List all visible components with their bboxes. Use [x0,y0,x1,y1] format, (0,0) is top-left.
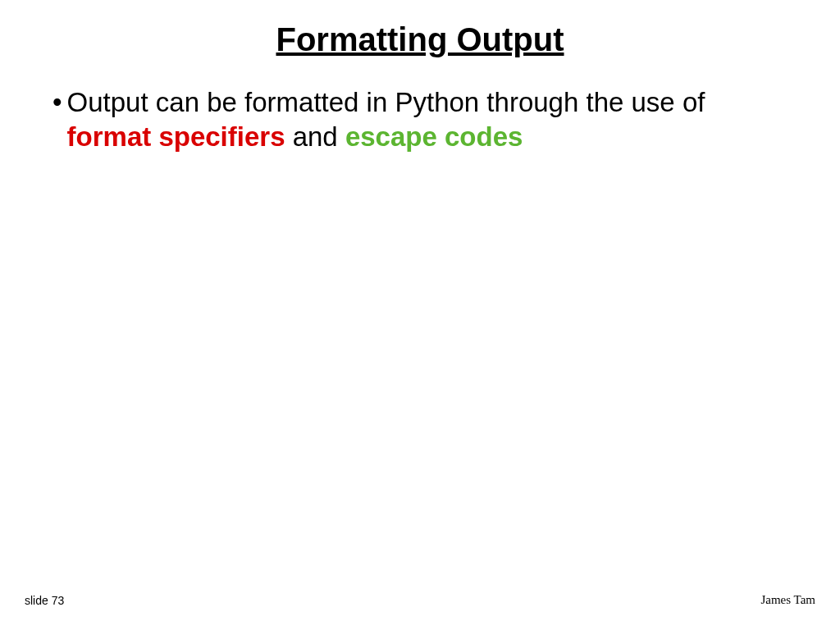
slide-title: Formatting Output [0,21,840,58]
slide-body: • Output can be formatted in Python thro… [52,85,788,154]
text-green-escape-codes: escape codes [345,121,523,152]
footer-author: James Tam [760,593,815,607]
text-plain-2: and [285,121,345,152]
text-plain-1: Output can be formatted in Python throug… [67,87,705,117]
footer-slide-number: slide 73 [25,594,64,607]
slide: Formatting Output • Output can be format… [0,0,840,630]
text-red-format-specifiers: format specifiers [67,121,285,152]
bullet-text: Output can be formatted in Python throug… [67,85,788,154]
bullet-mark: • [52,85,67,154]
bullet-item: • Output can be formatted in Python thro… [52,85,788,154]
